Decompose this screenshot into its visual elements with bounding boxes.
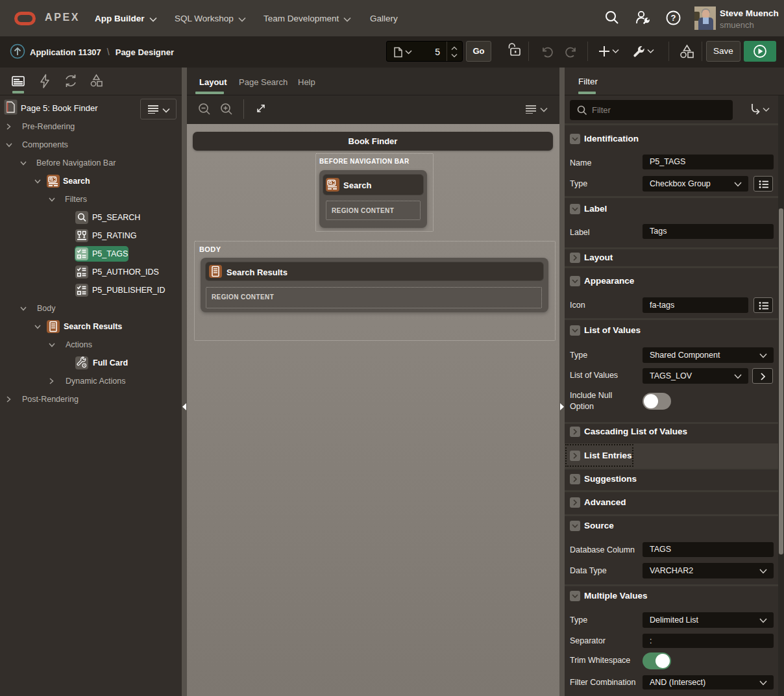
svg-text:?: ? bbox=[671, 13, 676, 23]
